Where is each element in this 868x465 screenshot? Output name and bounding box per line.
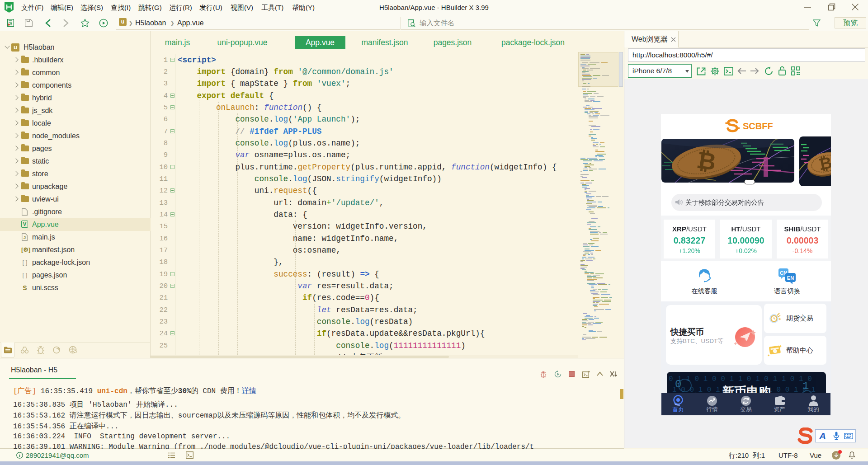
svg-text:EN: EN (787, 275, 794, 281)
svg-text:₿: ₿ (695, 146, 717, 175)
svg-text:J: J (24, 235, 26, 240)
svg-text:0: 0 (675, 378, 681, 390)
